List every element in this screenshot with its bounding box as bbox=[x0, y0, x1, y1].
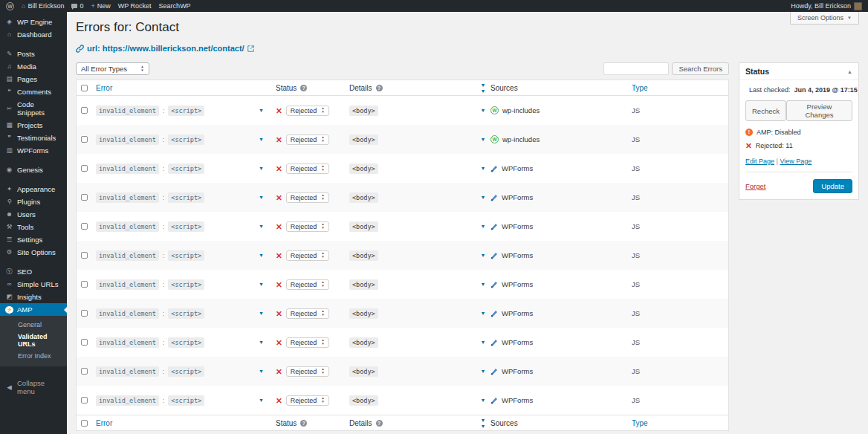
expand-row-icon[interactable]: ▼ bbox=[259, 137, 264, 142]
sidebar-item-projects[interactable]: ▦Projects bbox=[0, 119, 67, 132]
sidebar-item-amp[interactable]: ⚡AMP bbox=[0, 303, 67, 316]
error-type-filter-select[interactable]: All Error Types ▲▼ bbox=[76, 62, 149, 75]
expand-sources-icon[interactable]: ▼ bbox=[481, 108, 486, 113]
sidebar-item-code-snippets[interactable]: ✂Code Snippets bbox=[0, 98, 67, 119]
expand-row-icon[interactable]: ▼ bbox=[259, 311, 264, 316]
sidebar-item-media[interactable]: ♫Media bbox=[0, 60, 67, 73]
sidebar-item-testimonials[interactable]: ❞Testimonials bbox=[0, 132, 67, 144]
sidebar-item-insights[interactable]: ◩Insights bbox=[0, 291, 67, 303]
column-header-type[interactable]: Type bbox=[632, 84, 728, 92]
column-footer-type[interactable]: Type bbox=[632, 419, 728, 427]
row-checkbox[interactable] bbox=[81, 223, 88, 230]
sidebar-item-genesis[interactable]: ◉Genesis bbox=[0, 163, 67, 176]
row-checkbox[interactable] bbox=[81, 165, 88, 172]
row-checkbox[interactable] bbox=[81, 368, 88, 375]
edit-page-link[interactable]: Edit Page bbox=[745, 158, 774, 165]
screen-options-button[interactable]: Screen Options ▼ bbox=[790, 12, 859, 25]
expand-row-icon[interactable]: ▼ bbox=[259, 369, 264, 374]
expand-row-icon[interactable]: ▼ bbox=[259, 340, 264, 345]
collapse-toggle-icon[interactable]: ▲ bbox=[847, 69, 852, 74]
sidebar-item-site-options[interactable]: ⚙Site Options bbox=[0, 246, 67, 259]
expand-sources-icon[interactable]: ▼ bbox=[481, 166, 486, 171]
expand-sources-icon[interactable]: ▼ bbox=[481, 137, 486, 142]
expand-sources-icon[interactable]: ▼ bbox=[481, 398, 486, 403]
row-checkbox[interactable] bbox=[81, 339, 88, 346]
view-page-link[interactable]: View Page bbox=[780, 158, 812, 165]
status-select[interactable]: Rejected▲▼ bbox=[286, 366, 329, 377]
adminbar-wp-rocket[interactable]: WP Rocket bbox=[118, 2, 152, 10]
status-metabox-header[interactable]: Status ▲ bbox=[739, 63, 858, 80]
expand-sources-icon[interactable]: ▼ bbox=[481, 224, 486, 229]
status-select[interactable]: Rejected▲▼ bbox=[286, 163, 329, 174]
submenu-item-error-index[interactable]: Error Index bbox=[0, 350, 67, 362]
adminbar-new[interactable]: + New bbox=[91, 2, 110, 10]
sidebar-item-simple-urls[interactable]: ∞Simple URLs bbox=[0, 278, 67, 291]
update-button[interactable]: Update bbox=[813, 179, 852, 193]
help-icon[interactable]: ? bbox=[300, 85, 307, 91]
status-select[interactable]: Rejected▲▼ bbox=[286, 221, 329, 232]
expand-row-icon[interactable]: ▼ bbox=[259, 195, 264, 200]
status-select[interactable]: Rejected▲▼ bbox=[286, 279, 329, 290]
status-select[interactable]: Rejected▲▼ bbox=[286, 337, 329, 348]
row-checkbox[interactable] bbox=[81, 194, 88, 201]
sidebar-item-appearance[interactable]: ✦Appearance bbox=[0, 183, 67, 195]
help-icon[interactable]: ? bbox=[300, 420, 307, 427]
status-select[interactable]: Rejected▲▼ bbox=[286, 308, 329, 319]
status-select[interactable]: Rejected▲▼ bbox=[286, 250, 329, 261]
row-checkbox[interactable] bbox=[81, 107, 88, 114]
adminbar-howdy[interactable]: Howdy, Bill Erickson bbox=[791, 2, 851, 10]
wordpress-logo-icon[interactable]: W bbox=[6, 2, 14, 10]
search-errors-button[interactable]: Search Errors bbox=[672, 62, 729, 75]
row-checkbox[interactable] bbox=[81, 252, 88, 259]
sidebar-item-tools[interactable]: ⚒Tools bbox=[0, 221, 67, 233]
collapse-menu-button[interactable]: ◀Collapse menu bbox=[0, 377, 67, 398]
expand-sources-icon[interactable]: ▼ bbox=[481, 311, 486, 316]
select-all-checkbox[interactable] bbox=[81, 420, 88, 427]
expand-sources-icon[interactable]: ▼ bbox=[481, 340, 486, 345]
sidebar-item-posts[interactable]: ✎Posts bbox=[0, 48, 67, 60]
recheck-button[interactable]: Recheck bbox=[745, 100, 786, 121]
sidebar-item-wpforms[interactable]: ▥WPForms bbox=[0, 144, 67, 157]
forget-link[interactable]: Forget bbox=[745, 182, 765, 190]
adminbar-site-name[interactable]: ⌂ Bill Erickson bbox=[22, 2, 64, 10]
expand-row-icon[interactable]: ▼ bbox=[259, 108, 264, 113]
sidebar-item-dashboard[interactable]: ⌂Dashboard bbox=[0, 28, 67, 41]
submenu-item-general[interactable]: General bbox=[0, 319, 67, 331]
status-select[interactable]: Rejected▲▼ bbox=[286, 395, 329, 406]
status-select[interactable]: Rejected▲▼ bbox=[286, 135, 329, 145]
adminbar-comments[interactable]: 0 bbox=[71, 2, 83, 10]
row-checkbox[interactable] bbox=[81, 397, 88, 404]
validated-url-link[interactable]: url: https://www.billerickson.net/contac… bbox=[76, 44, 859, 53]
expand-all-sources-icon[interactable]: ▼▼ bbox=[479, 82, 487, 94]
expand-sources-icon[interactable]: ▼ bbox=[481, 282, 486, 287]
row-checkbox[interactable] bbox=[81, 281, 88, 288]
status-select[interactable]: Rejected▲▼ bbox=[286, 192, 329, 203]
expand-row-icon[interactable]: ▼ bbox=[259, 224, 264, 229]
expand-all-sources-icon[interactable]: ▼▼ bbox=[479, 418, 487, 429]
expand-row-icon[interactable]: ▼ bbox=[259, 398, 264, 403]
help-icon[interactable]: ? bbox=[376, 85, 383, 91]
expand-sources-icon[interactable]: ▼ bbox=[481, 369, 486, 374]
column-header-error[interactable]: Error bbox=[96, 84, 276, 92]
adminbar-searchwp[interactable]: SearchWP bbox=[159, 2, 191, 10]
status-select[interactable]: Rejected▲▼ bbox=[286, 106, 329, 116]
sidebar-item-pages[interactable]: ▤Pages bbox=[0, 73, 67, 85]
expand-row-icon[interactable]: ▼ bbox=[259, 166, 264, 171]
help-icon[interactable]: ? bbox=[376, 420, 383, 427]
sidebar-item-users[interactable]: ☻Users bbox=[0, 208, 67, 221]
expand-sources-icon[interactable]: ▼ bbox=[481, 253, 486, 258]
row-checkbox[interactable] bbox=[81, 136, 88, 143]
sidebar-item-comments[interactable]: ❝Comments bbox=[0, 85, 67, 98]
sidebar-item-seo[interactable]: ⓎSEO bbox=[0, 265, 67, 278]
expand-row-icon[interactable]: ▼ bbox=[259, 253, 264, 258]
submenu-item-validated-urls[interactable]: Validated URLs bbox=[0, 331, 67, 350]
sidebar-item-settings[interactable]: ☰Settings bbox=[0, 233, 67, 246]
row-checkbox[interactable] bbox=[81, 310, 88, 317]
sidebar-item-wp-engine[interactable]: ◈WP Engine bbox=[0, 16, 67, 28]
search-input[interactable] bbox=[603, 62, 669, 75]
preview-changes-button[interactable]: Preview Changes bbox=[786, 100, 852, 121]
expand-row-icon[interactable]: ▼ bbox=[259, 282, 264, 287]
select-all-checkbox[interactable] bbox=[81, 85, 88, 91]
sidebar-item-plugins[interactable]: ⚲Plugins bbox=[0, 195, 67, 208]
expand-sources-icon[interactable]: ▼ bbox=[481, 195, 486, 200]
